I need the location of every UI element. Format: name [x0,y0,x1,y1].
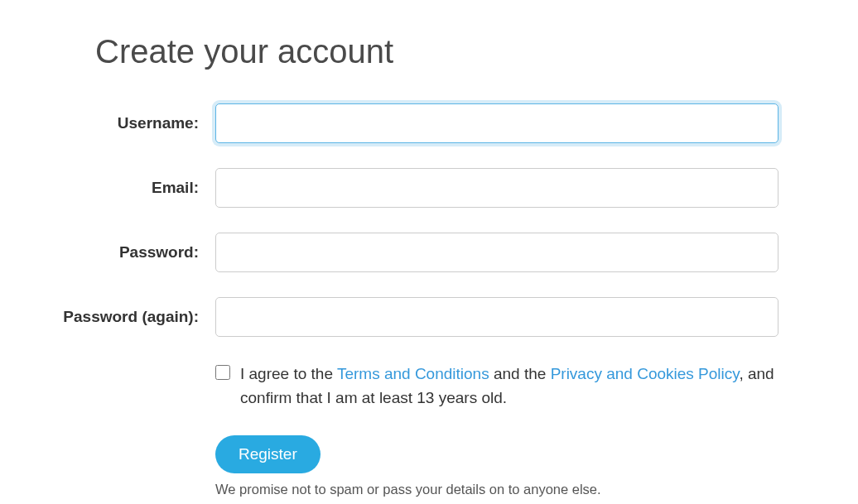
username-label: Username: [50,114,215,132]
agreement-label: I agree to the Terms and Conditions and … [240,362,787,410]
password-label: Password: [50,243,215,262]
terms-link[interactable]: Terms and Conditions [337,365,489,382]
agreement-checkbox[interactable] [215,365,230,380]
privacy-link[interactable]: Privacy and Cookies Policy [551,365,740,382]
register-button[interactable]: Register [215,435,321,473]
email-label: Email: [50,179,215,197]
username-input[interactable] [215,103,778,143]
password-again-input[interactable] [215,297,778,337]
page-title: Create your account [95,33,808,70]
agreement-text-2: and the [489,365,551,382]
privacy-note: We promise not to spam or pass your deta… [215,482,808,497]
password-again-label: Password (again): [50,308,215,326]
email-input[interactable] [215,168,778,208]
agreement-text-1: I agree to the [240,365,337,382]
password-input[interactable] [215,233,778,272]
